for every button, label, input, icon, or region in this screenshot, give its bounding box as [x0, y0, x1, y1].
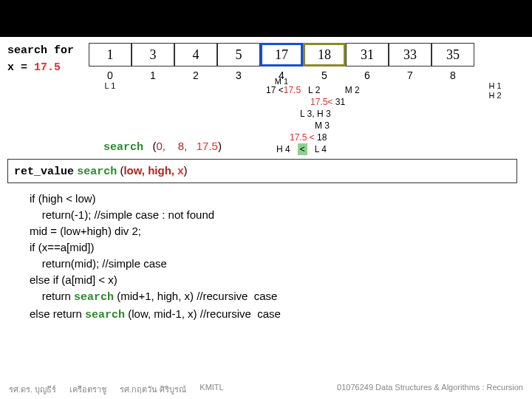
- ret-close: ): [184, 164, 188, 177]
- cmp3-b: 18: [315, 132, 327, 143]
- code-l2: return(-1); //simple case : not found: [30, 208, 214, 221]
- cmp2-a: 17.5<: [310, 97, 332, 107]
- x-equals-line: x = 17.5: [7, 61, 81, 74]
- h1-h2-label: H 1 H 2: [473, 81, 517, 100]
- equals: =: [14, 61, 34, 74]
- cmp1-a: 17 <: [266, 85, 284, 95]
- code-l6: else if (a[mid] < x): [30, 273, 117, 286]
- array-cell: 5: [217, 43, 260, 66]
- top-black-bar: [0, 0, 532, 37]
- x-label: x: [7, 61, 14, 74]
- search-call-line: search (0, 8, 17.5): [103, 140, 222, 154]
- code-l7b: (mid+1, high, x) //recursive case: [114, 290, 277, 302]
- index: 8: [432, 69, 474, 81]
- arg-low: 0,: [157, 140, 166, 152]
- search-keyword: search: [103, 141, 143, 154]
- array-cell: 4: [174, 43, 217, 66]
- code-l3: mid = (low+high) div 2;: [30, 225, 141, 237]
- h2-label: H 2: [473, 91, 517, 100]
- array-cell: 3: [132, 43, 174, 66]
- footer-a: รศ.ดร. บุญธีร์: [9, 383, 56, 396]
- code-l4: if (x==a[mid]): [30, 241, 95, 253]
- index: 7: [389, 69, 432, 81]
- ret-high: high,: [148, 164, 174, 177]
- l4-label: L 4: [315, 144, 327, 154]
- m2-label: M 2: [345, 85, 360, 95]
- ret-x: x: [177, 164, 183, 177]
- code-l5: return(mid); //simple case: [30, 257, 167, 270]
- code-l7-kw: search: [74, 291, 114, 304]
- arg-x: 17.5: [197, 140, 218, 152]
- ret-value-box: ret_value search (low, high, x): [7, 159, 517, 183]
- index: 3: [217, 69, 260, 81]
- code-l8-kw: search: [85, 309, 125, 321]
- cmp-line-3: 17.5 < 18: [266, 132, 436, 143]
- array-cell: 33: [389, 43, 432, 66]
- code-l8a: else return: [30, 307, 85, 320]
- l1-label: L 1: [89, 81, 132, 91]
- ret-search-keyword: search: [77, 166, 117, 178]
- m3-label: M 3: [315, 120, 330, 131]
- index: 6: [346, 69, 389, 81]
- h1-label: H 1: [473, 81, 517, 91]
- x-value: 17.5: [34, 61, 61, 74]
- ret-value-label: ret_value: [14, 166, 74, 178]
- footer-b: เครือตราชู: [69, 383, 106, 396]
- array-cell: 1: [89, 43, 132, 66]
- array-cell: 35: [432, 43, 474, 66]
- h4-lt-l4-line: H 4 < L 4: [266, 143, 436, 155]
- index: 5: [303, 69, 346, 81]
- comparison-lines: 17 <17.5 L 2 M 2 17.5< 31 L 3, H 3 M 3 1…: [266, 84, 436, 155]
- ret-low: low,: [123, 164, 145, 177]
- code-block: if (high < low) return(-1); //simple cas…: [30, 191, 281, 324]
- index: 0: [89, 69, 132, 81]
- search-for-label: search for: [7, 44, 81, 57]
- l3h3-label: L 3, H 3: [300, 109, 331, 119]
- array-row: 1 3 4 5 17 18 31 33 35: [89, 43, 474, 66]
- close-paren: ): [218, 140, 222, 152]
- code-l7a: return: [30, 290, 74, 302]
- array-cell: 31: [346, 43, 389, 66]
- l2-label: L 2: [308, 85, 320, 95]
- index: 1: [132, 69, 174, 81]
- footer-c: รศ.กฤตวัน ศิริบูรณ์: [120, 383, 186, 396]
- m3-line: M 3: [266, 120, 436, 132]
- footer-d: KMITL: [200, 383, 223, 396]
- cmp2-b: 31: [332, 97, 345, 107]
- l3h3-line: L 3, H 3: [266, 108, 436, 120]
- array-cell-highlight-olive: 18: [303, 43, 346, 66]
- cmp3-a: 17.5 <: [290, 132, 315, 143]
- index: 2: [174, 69, 217, 81]
- code-l8b: (low, mid-1, x) //recursive case: [125, 307, 281, 320]
- code-l1: if (high < low): [30, 192, 96, 205]
- arg-high: 8,: [178, 140, 188, 152]
- cmp1-b: 17.5: [284, 85, 301, 95]
- cmp-line-2: 17.5< 31: [266, 96, 436, 108]
- lt-highlight: <: [298, 143, 307, 155]
- cmp-line-1: 17 <17.5 L 2 M 2: [266, 84, 436, 96]
- search-for-block: search for x = 17.5: [7, 44, 81, 74]
- footer: รศ.ดร. บุญธีร์ เครือตราชู รศ.กฤตวัน ศิริ…: [0, 383, 532, 396]
- footer-e: 01076249 Data Structures & Algorithms : …: [337, 383, 523, 396]
- array-cell-highlight-blue: 17: [260, 43, 303, 66]
- h4-label: H 4: [276, 144, 290, 154]
